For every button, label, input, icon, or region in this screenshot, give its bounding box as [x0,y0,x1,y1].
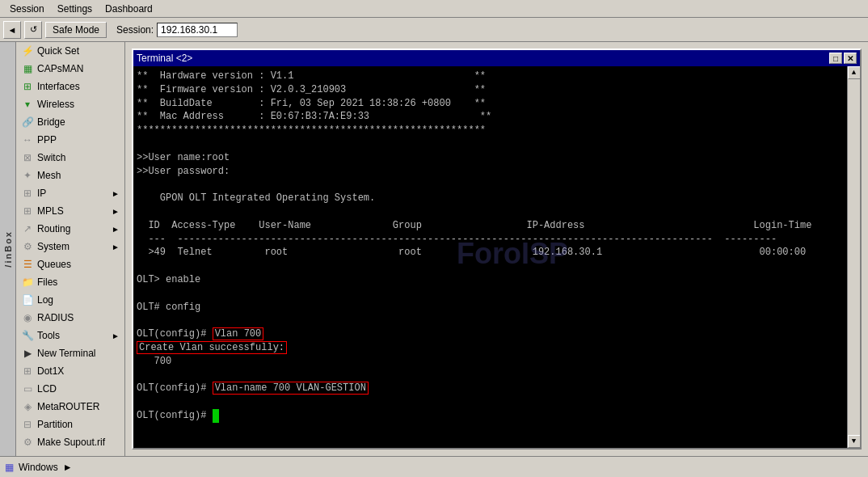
sidebar-item-log[interactable]: 📄 Log [16,291,124,309]
routing-arrow: ► [112,225,120,234]
sidebar-item-wireless[interactable]: ▾ Wireless [16,95,124,113]
sidebar-item-ip[interactable]: ⊞ IP ► [16,184,124,202]
sidebar-item-radius[interactable]: ◉ RADIUS [16,309,124,327]
ip-icon: ⊞ [21,187,34,200]
terminal-line-blank4 [137,260,844,273]
sidebar-label: Mesh [37,170,61,181]
vlan-success-highlight: Create Vlan successfully: [137,341,287,354]
windows-arrow: ► [63,462,73,473]
interfaces-icon: ⊞ [21,80,34,93]
terminal-body[interactable]: ForoISP ** Hardware version : V1.1 ** **… [133,66,847,448]
lcd-icon: ▭ [21,382,34,395]
switch-icon: ⊠ [21,151,34,164]
new-terminal-icon: ▶ [21,347,34,360]
terminal-cmd-enable: OLT> enable [137,273,844,287]
sidebar-label: New WinBox [37,454,93,456]
scroll-down-button[interactable]: ▼ [848,435,861,448]
make-supout-icon: ⚙ [21,436,34,449]
terminal-line-blank6 [137,314,844,327]
terminal-cmd-vlan-name: OLT(config)# Vlan-name 700 VLAN-GESTION [137,382,844,395]
sidebar-label: Partition [37,419,73,430]
terminal-line-3: ** BuildDate : Fri, 03 Sep 2021 18:38:26… [137,97,844,111]
menu-dashboard[interactable]: Dashboard [99,2,159,16]
terminal-line-sep: ****************************************… [137,124,844,137]
terminal-line-blank2 [137,178,844,192]
sidebar-item-bridge[interactable]: 🔗 Bridge [16,113,124,131]
system-arrow: ► [112,243,120,251]
refresh-button[interactable]: ↺ [24,21,42,39]
scroll-track[interactable] [848,79,860,435]
sidebar-item-new-winbox[interactable]: ◉ New WinBox [16,451,124,456]
scroll-up-button[interactable]: ▲ [848,66,861,79]
terminal-cmd-vlan-result: Create Vlan successfully: [137,341,844,355]
terminal-line-blank5 [137,287,844,301]
menu-session[interactable]: Session [3,2,51,16]
terminal-line-blank3 [137,205,844,219]
mpls-icon: ⊞ [21,205,34,217]
terminal-table-header: ID Access-Type User-Name Group IP-Addres… [137,219,844,233]
sidebar-item-ppp[interactable]: ↔ PPP [16,131,124,149]
sidebar-label: Log [37,294,53,306]
safe-mode-button[interactable]: Safe Mode [45,22,107,38]
sidebar-item-mesh[interactable]: ✦ Mesh [16,167,124,184]
radius-icon: ◉ [21,311,34,324]
toolbar: ◄ ↺ Safe Mode Session: 192.168.30.1 [0,18,868,42]
sidebar-label: LCD [37,383,57,395]
sidebar-item-files[interactable]: 📁 Files [16,273,124,291]
sidebar-item-switch[interactable]: ⊠ Switch [16,149,124,167]
sidebar-item-quick-set[interactable]: ⚡ Quick Set [16,42,124,60]
terminal-body-area: ForoISP ** Hardware version : V1.1 ** **… [133,66,860,448]
sidebar-item-tools[interactable]: 🔧 Tools ► [16,327,124,344]
queues-icon: ☰ [21,258,34,271]
sidebar-label: IP [37,188,46,199]
windows-label[interactable]: Windows [19,462,58,473]
sidebar-item-mpls[interactable]: ⊞ MPLS ► [16,202,124,220]
terminal-cursor [213,409,219,423]
sidebar-item-routing[interactable]: ↗ Routing ► [16,220,124,238]
files-icon: 📁 [21,276,34,289]
session-ip: 192.168.30.1 [157,23,238,37]
bridge-icon: 🔗 [21,116,34,129]
sidebar-label: Routing [37,223,70,234]
sidebar-item-system[interactable]: ⚙ System ► [16,238,124,255]
bottom-bar: ▦ Windows ► [0,456,868,477]
terminal-line-2: ** Firmware version : V2.0.3_210903 ** [137,83,844,97]
menu-bar: Session Settings Dashboard [0,0,868,18]
ppp-icon: ↔ [21,133,34,146]
sidebar-label: Wireless [37,99,74,110]
sidebar-item-dot1x[interactable]: ⊞ Dot1X [16,362,124,380]
terminal-restore-button[interactable]: □ [829,53,842,64]
terminal-controls: □ ✕ [829,53,857,64]
terminal-cmd-config: OLT# config [137,301,844,314]
sidebar-label: Switch [37,152,65,163]
sidebar-item-new-terminal[interactable]: ▶ New Terminal [16,344,124,362]
terminal-container: Terminal <2> □ ✕ ForoISP ** Hardware ver… [125,42,868,456]
terminal-line-blank8 [137,395,844,409]
terminal-close-button[interactable]: ✕ [844,53,857,64]
sidebar-item-capsman[interactable]: ▦ CAPsMAN [16,60,124,78]
sidebar-item-queues[interactable]: ☰ Queues [16,255,124,273]
sidebar-item-metarouter[interactable]: ◈ MetaROUTER [16,398,124,416]
back-button[interactable]: ◄ [3,21,21,39]
capsman-icon: ▦ [21,62,34,75]
quick-set-icon: ⚡ [21,44,34,57]
tools-icon: 🔧 [21,329,34,342]
sidebar-item-interfaces[interactable]: ⊞ Interfaces [16,78,124,95]
mpls-arrow: ► [112,207,120,216]
terminal-line-4: ** Mac Address : E0:67:B3:7A:E9:33 ** [137,110,844,124]
sidebar: ⚡ Quick Set ▦ CAPsMAN ⊞ Interfaces ▾ Wir… [16,42,125,456]
sidebar-item-make-supout[interactable]: ⚙ Make Supout.rif [16,433,124,451]
winbox-label: /inBox [3,230,13,268]
terminal-title: Terminal <2> [137,53,829,64]
partition-icon: ⊟ [21,418,34,431]
menu-settings[interactable]: Settings [51,2,99,16]
ip-arrow: ► [112,189,120,198]
terminal-cmd-vlan: OLT(config)# Vlan 700 [137,327,844,341]
sidebar-item-partition[interactable]: ⊟ Partition [16,416,124,433]
sidebar-item-lcd[interactable]: ▭ LCD [16,380,124,398]
terminal-line-1: ** Hardware version : V1.1 ** [137,70,844,83]
terminal-prompt-final: OLT(config)# [137,409,844,423]
new-winbox-icon: ◉ [21,454,34,456]
sidebar-label: Quick Set [37,45,79,57]
system-icon: ⚙ [21,240,34,253]
